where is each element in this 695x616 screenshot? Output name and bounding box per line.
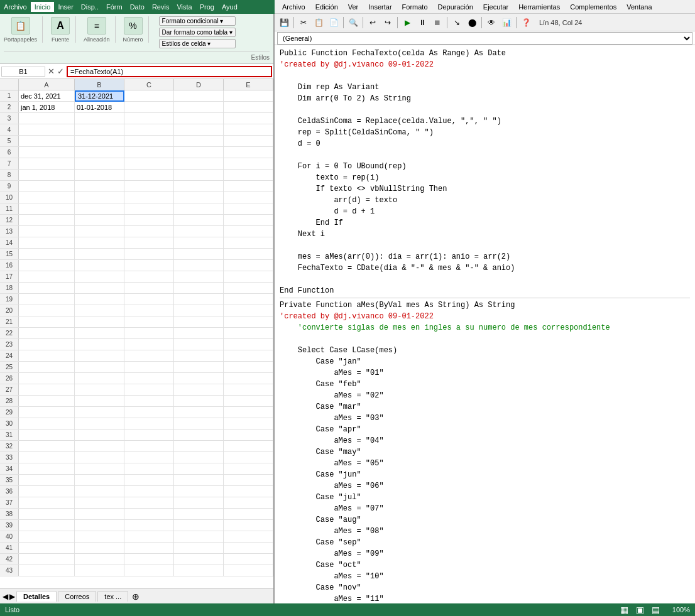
cell-e-20[interactable] (224, 305, 273, 316)
vba-pause-icon[interactable]: ⏸ (415, 16, 429, 30)
menu-inser[interactable]: Inser (54, 2, 77, 12)
cell-d-5[interactable] (174, 136, 224, 147)
vba-redo-icon[interactable]: ↪ (381, 16, 395, 30)
menu-prog[interactable]: Prog (196, 2, 218, 12)
cell-a-31[interactable] (19, 430, 75, 441)
cell-d-34[interactable] (174, 463, 224, 475)
vba-menu-ver[interactable]: Ver (343, 2, 364, 12)
cell-d-6[interactable] (174, 147, 224, 158)
cell-b-11[interactable] (75, 203, 124, 215)
cell-e-6[interactable] (224, 147, 273, 158)
cell-d-18[interactable] (174, 283, 224, 294)
cell-d-25[interactable] (174, 362, 224, 373)
cell-b-21[interactable] (75, 316, 124, 328)
vba-menu-ventana[interactable]: Ventana (621, 2, 657, 12)
cell-e-28[interactable] (224, 396, 273, 407)
cell-e-31[interactable] (224, 430, 273, 441)
cell-b-41[interactable] (75, 543, 124, 554)
cell-d-31[interactable] (174, 430, 224, 441)
cell-e-16[interactable] (224, 260, 273, 271)
menu-vista[interactable]: Vista (173, 2, 195, 12)
cell-e-30[interactable] (224, 418, 273, 430)
cell-b-28[interactable] (75, 396, 124, 407)
menu-dato[interactable]: Dato (126, 2, 148, 12)
cell-d-2[interactable] (174, 102, 224, 113)
menu-revis[interactable]: Revis (148, 2, 173, 12)
cell-a-18[interactable] (19, 283, 75, 294)
col-header-c[interactable]: C (124, 79, 174, 90)
cell-e-2[interactable] (224, 102, 273, 113)
cell-a-25[interactable] (19, 362, 75, 373)
cell-d-14[interactable] (174, 237, 224, 249)
vba-general-dropdown[interactable]: (General) (277, 32, 692, 45)
cell-c-14[interactable] (124, 237, 174, 249)
vba-find-icon[interactable]: 🔍 (346, 16, 360, 30)
cell-e-37[interactable] (224, 497, 273, 509)
cell-e-13[interactable] (224, 226, 273, 237)
cell-b-34[interactable] (75, 463, 124, 475)
vba-breakpoint-icon[interactable]: ⬤ (465, 16, 479, 30)
menu-inicio[interactable]: Inicio (31, 2, 55, 12)
cell-a-6[interactable] (19, 147, 75, 158)
cell-c-4[interactable] (124, 124, 174, 136)
cell-d-38[interactable] (174, 509, 224, 520)
cell-e-39[interactable] (224, 520, 273, 531)
view-page-icon[interactable]: ▣ (636, 605, 644, 615)
cell-d-4[interactable] (174, 124, 224, 136)
cell-d-23[interactable] (174, 339, 224, 350)
cell-a-39[interactable] (19, 520, 75, 531)
sheet-tab-detalles[interactable]: Detalles (16, 591, 57, 602)
cell-e-33[interactable] (224, 452, 273, 463)
sheet-tab-tex[interactable]: tex ... (97, 591, 128, 602)
vba-locals-icon[interactable]: 📊 (500, 16, 513, 30)
cell-e-15[interactable] (224, 249, 273, 260)
cell-d-17[interactable] (174, 271, 224, 283)
cell-c-39[interactable] (124, 520, 174, 531)
vba-undo-icon[interactable]: ↩ (366, 16, 380, 30)
cell-d-7[interactable] (174, 158, 224, 170)
cell-a-8[interactable] (19, 170, 75, 181)
cell-c-43[interactable] (124, 565, 174, 576)
alineacion-icon[interactable]: ≡ (87, 17, 106, 35)
cell-a-41[interactable] (19, 543, 75, 554)
cell-b-7[interactable] (75, 158, 124, 170)
cell-c-41[interactable] (124, 543, 174, 554)
cell-d-10[interactable] (174, 192, 224, 203)
cell-b-8[interactable] (75, 170, 124, 181)
cell-e-32[interactable] (224, 441, 273, 452)
cell-b-15[interactable] (75, 249, 124, 260)
cell-b-14[interactable] (75, 237, 124, 249)
cell-e-17[interactable] (224, 271, 273, 283)
cell-e-41[interactable] (224, 543, 273, 554)
cell-e-5[interactable] (224, 136, 273, 147)
vba-cut-icon[interactable]: ✂ (297, 16, 310, 30)
cell-d-26[interactable] (174, 373, 224, 384)
cell-b-18[interactable] (75, 283, 124, 294)
menu-archivo[interactable]: Archivo (0, 2, 31, 12)
dar-formato-tabla-btn[interactable]: Dar formato como tabla ▾ (159, 28, 236, 37)
cell-d-9[interactable] (174, 181, 224, 192)
cell-c-6[interactable] (124, 147, 174, 158)
cell-c-28[interactable] (124, 396, 174, 407)
cell-a-26[interactable] (19, 373, 75, 384)
cell-a-3[interactable] (19, 113, 75, 124)
cell-a-23[interactable] (19, 339, 75, 350)
menu-form[interactable]: Fórm (102, 2, 126, 12)
cell-c-36[interactable] (124, 486, 174, 497)
cell-e-9[interactable] (224, 181, 273, 192)
cell-a-38[interactable] (19, 509, 75, 520)
cell-b-6[interactable] (75, 147, 124, 158)
cell-a-24[interactable] (19, 350, 75, 362)
cell-d-42[interactable] (174, 554, 224, 565)
menu-ayud[interactable]: Ayud (218, 2, 241, 12)
cell-e-25[interactable] (224, 362, 273, 373)
cell-a-4[interactable] (19, 124, 75, 136)
cell-b-9[interactable] (75, 181, 124, 192)
cell-d-19[interactable] (174, 294, 224, 305)
cell-b-20[interactable] (75, 305, 124, 316)
cell-c-10[interactable] (124, 192, 174, 203)
cell-b-16[interactable] (75, 260, 124, 271)
cell-e-21[interactable] (224, 316, 273, 328)
cell-b-40[interactable] (75, 531, 124, 543)
cell-e-38[interactable] (224, 509, 273, 520)
